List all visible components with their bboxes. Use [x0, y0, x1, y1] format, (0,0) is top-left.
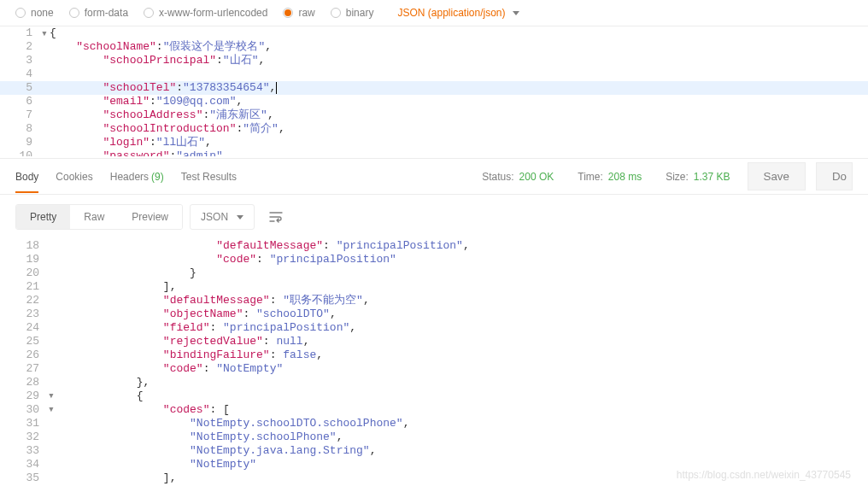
radio-icon	[69, 8, 79, 18]
view-pretty[interactable]: Pretty	[16, 205, 70, 229]
header-count: (9)	[151, 171, 164, 183]
response-line[interactable]: 26 "bindingFailure": false,	[15, 348, 868, 362]
line-number: 30	[15, 403, 48, 417]
code-content	[50, 67, 868, 81]
fold-icon	[41, 108, 50, 122]
tab-body[interactable]: Body	[15, 161, 38, 193]
radio-none[interactable]: none	[15, 7, 54, 19]
watermark: https://blog.csdn.net/weixin_43770545	[677, 469, 851, 481]
fold-icon[interactable]: ▾	[41, 26, 50, 40]
status-value: 200 OK	[519, 171, 554, 183]
response-content: "objectName": "schoolDTO",	[56, 307, 868, 321]
fold-icon[interactable]: ▾	[48, 403, 56, 417]
format-select[interactable]: JSON	[190, 204, 255, 230]
line-number: 32	[15, 430, 48, 444]
line-number: 34	[15, 458, 48, 471]
fold-icon[interactable]: ▾	[48, 389, 56, 403]
radio-urlencoded[interactable]: x-www-form-urlencoded	[144, 7, 267, 19]
radio-label: none	[31, 7, 54, 19]
tab-test-results[interactable]: Test Results	[181, 161, 237, 193]
time-label: Time:	[578, 171, 603, 183]
response-line[interactable]: 31 "NotEmpty.schoolDTO.schoolPhone",	[15, 417, 868, 430]
line-number: 19	[15, 253, 48, 266]
line-number: 3	[0, 54, 41, 67]
fold-icon	[48, 321, 56, 335]
fold-icon	[41, 136, 50, 149]
fold-icon	[48, 294, 56, 307]
status-label: Status:	[482, 171, 513, 183]
response-line[interactable]: 33 "NotEmpty.java.lang.String",	[15, 444, 868, 458]
code-line[interactable]: 8 "schoolIntroduction":"简介",	[0, 122, 868, 136]
code-line[interactable]: 5 "schoolTel":"13783354654",	[0, 81, 868, 95]
radio-label: binary	[346, 7, 374, 19]
code-line[interactable]: 7 "schoolAddress":"浦东新区",	[0, 108, 868, 122]
response-content: "defaultMessage": "principalPosition",	[56, 239, 868, 253]
line-number: 33	[15, 444, 48, 458]
response-content: "bindingFailure": false,	[56, 348, 868, 362]
body-type-bar: none form-data x-www-form-urlencoded raw…	[0, 0, 868, 26]
wrap-icon	[269, 211, 283, 223]
code-content: "password":"admin"	[50, 149, 868, 156]
response-line[interactable]: 22 "defaultMessage": "职务不能为空",	[15, 294, 868, 307]
response-line[interactable]: 23 "objectName": "schoolDTO",	[15, 307, 868, 321]
size-value: 1.37 KB	[694, 171, 730, 183]
request-body-editor[interactable]: 1▾{2 "schoolName":"假装这个是学校名",3 "schoolPr…	[0, 26, 868, 159]
line-number: 21	[15, 280, 48, 294]
code-content: "schoolAddress":"浦东新区",	[50, 108, 868, 122]
tab-cookies[interactable]: Cookies	[56, 161, 92, 193]
radio-icon	[15, 8, 26, 18]
fold-icon	[48, 444, 56, 458]
response-body-viewer[interactable]: 18 "defaultMessage": "principalPosition"…	[0, 239, 868, 485]
response-line[interactable]: 27 "code": "NotEmpty"	[15, 362, 868, 376]
fold-icon	[41, 40, 50, 54]
code-content: "schoolIntroduction":"简介",	[50, 122, 868, 136]
response-line[interactable]: 30▾ "codes": [	[15, 403, 868, 417]
response-line[interactable]: 28 },	[15, 376, 868, 389]
save-button[interactable]: Save	[748, 162, 806, 190]
response-content: "rejectedValue": null,	[56, 335, 868, 348]
response-content: "field": "principalPosition",	[56, 321, 868, 335]
code-content: "schoolTel":"13783354654",	[50, 81, 868, 95]
line-number: 2	[0, 40, 41, 54]
line-number: 27	[15, 362, 48, 376]
response-line[interactable]: 24 "field": "principalPosition",	[15, 321, 868, 335]
response-line[interactable]: 32 "NotEmpty.schoolPhone",	[15, 430, 868, 444]
fold-icon	[41, 81, 50, 95]
response-content: "NotEmpty.java.lang.String",	[56, 444, 868, 458]
content-type-select[interactable]: JSON (application/json)	[397, 7, 519, 19]
code-line[interactable]: 1▾{	[0, 26, 868, 40]
wrap-toggle-button[interactable]	[261, 203, 290, 231]
response-line[interactable]: 20 }	[15, 266, 868, 280]
response-line[interactable]: 21 ],	[15, 280, 868, 294]
response-status-bar: Body Cookies Headers(9) Test Results Sta…	[0, 159, 868, 195]
radio-form-data[interactable]: form-data	[69, 7, 128, 19]
fold-icon	[41, 95, 50, 108]
line-number: 28	[15, 376, 48, 389]
view-preview[interactable]: Preview	[118, 205, 182, 229]
response-line[interactable]: 29▾ {	[15, 389, 868, 403]
code-line[interactable]: 10 "password":"admin"	[0, 149, 868, 156]
radio-binary[interactable]: binary	[331, 7, 374, 19]
response-content: },	[56, 376, 868, 389]
code-line[interactable]: 3 "schoolPrincipal":"山石",	[0, 54, 868, 67]
line-number: 7	[0, 108, 41, 122]
code-content: "email":"109@qq.com",	[50, 95, 868, 108]
response-line[interactable]: 19 "code": "principalPosition"	[15, 253, 868, 266]
code-line[interactable]: 6 "email":"109@qq.com",	[0, 95, 868, 108]
response-content: "NotEmpty.schoolPhone",	[56, 430, 868, 444]
download-button[interactable]: Do	[816, 162, 853, 190]
code-line[interactable]: 4	[0, 67, 868, 81]
tab-headers[interactable]: Headers(9)	[110, 161, 164, 193]
response-line[interactable]: 25 "rejectedValue": null,	[15, 335, 868, 348]
fold-icon	[48, 239, 56, 253]
code-line[interactable]: 2 "schoolName":"假装这个是学校名",	[0, 40, 868, 54]
fold-icon	[48, 362, 56, 376]
text-cursor	[276, 82, 277, 94]
chevron-down-icon	[237, 215, 243, 220]
line-number: 29	[15, 389, 48, 403]
response-line[interactable]: 18 "defaultMessage": "principalPosition"…	[15, 239, 868, 253]
code-line[interactable]: 9 "login":"ll山石",	[0, 136, 868, 149]
line-number: 25	[15, 335, 48, 348]
radio-raw[interactable]: raw	[283, 7, 314, 19]
view-raw[interactable]: Raw	[70, 205, 118, 229]
